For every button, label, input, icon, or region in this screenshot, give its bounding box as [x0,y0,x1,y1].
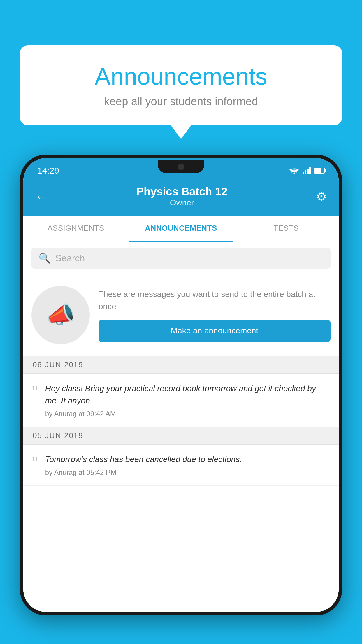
svg-rect-1 [303,172,304,174]
svg-rect-3 [307,169,309,174]
quote-icon-2: " [31,454,38,471]
signal-icon [303,167,311,174]
settings-icon[interactable]: ⚙ [316,189,327,204]
tab-tests[interactable]: TESTS [233,216,339,242]
announcement-author-1: by Anurag at 09:42 AM [45,410,331,418]
announcement-author-2: by Anurag at 05:42 PM [45,468,331,477]
announcement-content-1: Hey class! Bring your practical record b… [45,382,331,418]
svg-rect-2 [305,170,306,174]
date-separator-2: 05 JUN 2019 [23,427,339,444]
svg-point-0 [294,173,295,174]
phone-wrapper: 14:29 [20,155,342,644]
wifi-icon [289,167,299,174]
promo-right: These are messages you want to send to t… [99,288,331,342]
megaphone-circle: 📣 [31,286,90,344]
speech-bubble: Announcements keep all your students inf… [20,45,342,125]
status-icons [289,167,325,174]
megaphone-icon: 📣 [46,301,75,329]
battery-fill [315,168,321,173]
search-bar: 🔍 Search [23,242,339,274]
speech-bubble-wrapper: Announcements keep all your students inf… [20,45,342,125]
search-placeholder: Search [55,253,85,264]
bubble-subtitle: keep all your students informed [43,95,319,108]
announcement-promo: 📣 These are messages you want to send to… [23,274,339,356]
svg-rect-4 [309,167,311,174]
screen-content: 🔍 Search 📣 These are messages you want t… [23,242,339,612]
header-title: Physics Batch 12 [136,186,228,198]
tab-announcements[interactable]: ANNOUNCEMENTS [129,216,234,242]
camera-dot [178,164,184,170]
search-icon: 🔍 [38,252,51,264]
battery-icon [314,168,325,174]
tab-bar: ASSIGNMENTS ANNOUNCEMENTS TESTS [23,216,339,242]
announcement-text-2: Tomorrow's class has been cancelled due … [45,453,331,466]
back-button[interactable]: ← [35,189,48,204]
announcement-item-2[interactable]: " Tomorrow's class has been cancelled du… [23,444,339,486]
announcement-content-2: Tomorrow's class has been cancelled due … [45,453,331,477]
header-center: Physics Batch 12 Owner [136,186,228,207]
promo-description: These are messages you want to send to t… [99,288,331,313]
status-time: 14:29 [37,166,59,176]
announcement-item-1[interactable]: " Hey class! Bring your practical record… [23,374,339,427]
announcement-text-1: Hey class! Bring your practical record b… [45,382,331,407]
make-announcement-button[interactable]: Make an announcement [99,320,331,342]
bubble-title: Announcements [43,63,319,90]
phone-notch [158,160,204,173]
date-separator-1: 06 JUN 2019 [23,356,339,374]
search-input-wrapper[interactable]: 🔍 Search [31,248,331,269]
tab-assignments[interactable]: ASSIGNMENTS [23,216,129,242]
phone-frame: 14:29 [20,155,342,615]
app-header: ← Physics Batch 12 Owner ⚙ [23,179,339,216]
quote-icon-1: " [31,384,38,400]
phone-screen: 14:29 [23,158,339,612]
header-subtitle: Owner [136,198,228,207]
